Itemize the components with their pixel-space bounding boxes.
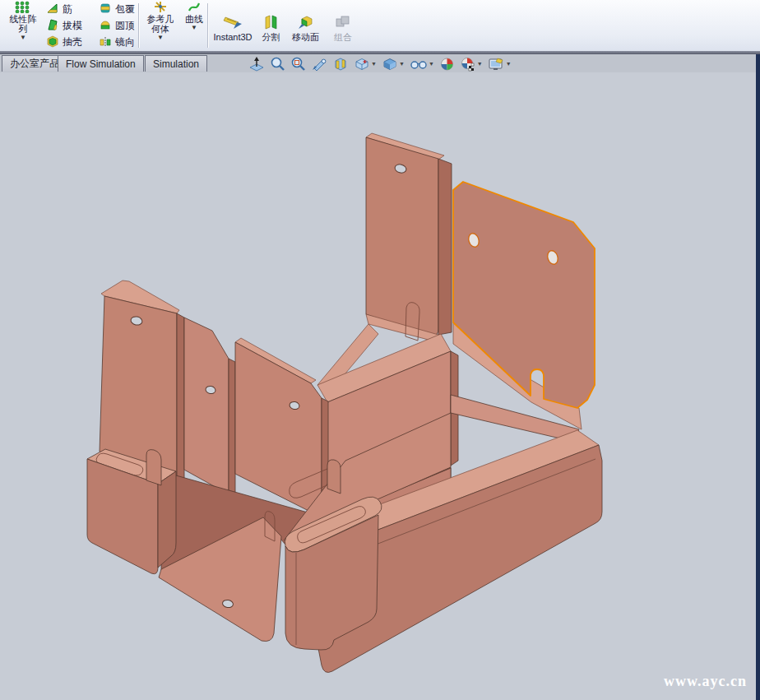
display-style-button[interactable]: ▼ (380, 56, 406, 72)
solidworks-window: 线性阵 列 ▼ 筋 拔模 抽壳 包覆 (0, 0, 760, 700)
split-button[interactable]: 分割 (257, 0, 285, 51)
plate-d-side-fold (229, 359, 235, 498)
wrap-button[interactable]: 包覆 (99, 1, 135, 17)
toolbar-separator (138, 3, 139, 48)
tab-flow-simulation[interactable]: Flow Simulation (58, 55, 144, 72)
shell-icon (46, 35, 59, 50)
plate-c-side-fold (177, 313, 184, 485)
chevron-down-icon[interactable]: ▼ (371, 61, 377, 67)
reference-geometry-button[interactable]: 参考几 何体 ▼ (141, 0, 180, 51)
wrap-icon (99, 2, 112, 17)
chevron-down-icon[interactable]: ▼ (429, 61, 434, 67)
edit-appearance-icon (439, 57, 455, 72)
edit-appearance-button[interactable] (438, 56, 456, 72)
heads-up-view-toolbar: ▼ ▼ ▼ ▼ ▼ (247, 55, 513, 72)
chevron-down-icon[interactable]: ▼ (191, 25, 197, 31)
right-box-tab (327, 460, 341, 494)
plate-a-side-fold[interactable] (438, 159, 452, 335)
dome-icon (99, 18, 112, 34)
rib-icon (46, 2, 59, 17)
plate-d-face[interactable] (184, 318, 229, 494)
instant3d-button[interactable]: Instant3D (211, 0, 255, 51)
draft-button[interactable]: 拔模 (46, 17, 82, 34)
plate-e-face[interactable] (235, 342, 322, 517)
zoom-to-fit-icon (270, 57, 285, 72)
chevron-down-icon[interactable]: ▼ (20, 35, 26, 41)
split-icon (263, 14, 280, 32)
chevron-down-icon[interactable]: ▼ (157, 35, 164, 41)
section-view-icon (332, 57, 349, 72)
reference-geometry-icon (154, 1, 167, 14)
combine-button: 组合 (327, 0, 359, 51)
rib-button[interactable]: 筋 (46, 1, 72, 17)
section-view-button[interactable] (331, 56, 350, 72)
hide-show-items-button[interactable]: ▼ (408, 56, 436, 72)
model-3d-view[interactable] (0, 72, 760, 700)
mirror-button[interactable]: 镜向 (99, 34, 135, 50)
combine-icon (334, 14, 352, 32)
watermark: www.ayc.cn (664, 673, 747, 690)
3d-drawing-view-icon (248, 57, 265, 72)
feature-toolbar: 线性阵 列 ▼ 筋 拔模 抽壳 包覆 (0, 0, 760, 51)
zoom-to-area-button[interactable] (289, 56, 308, 72)
tab-simulation[interactable]: Simulation (145, 55, 207, 72)
curves-icon (188, 1, 201, 14)
move-face-button[interactable]: 移动面 (286, 0, 325, 51)
chevron-down-icon[interactable]: ▼ (399, 61, 405, 67)
view-settings-icon (488, 57, 505, 72)
linear-pattern-button[interactable]: 线性阵 列 ▼ (2, 0, 44, 51)
linear-pattern-label: 线性阵 (10, 14, 37, 24)
view-settings-button[interactable]: ▼ (486, 56, 513, 72)
previous-view-button[interactable] (309, 56, 329, 72)
instant3d-icon (222, 14, 243, 32)
window-right-edge (756, 54, 760, 700)
selected-face[interactable] (453, 182, 595, 408)
view-orientation-button[interactable]: ▼ (352, 56, 378, 72)
chevron-down-icon[interactable]: ▼ (506, 61, 512, 67)
plate-c-tab (146, 450, 161, 485)
chevron-down-icon[interactable]: ▼ (477, 61, 483, 67)
shell-button[interactable]: 抽壳 (46, 34, 82, 50)
curves-button[interactable]: 曲线 ▼ (182, 0, 206, 51)
apply-scene-icon (460, 57, 476, 72)
toolbar-separator (207, 3, 208, 48)
instant3d-label: Instant3D (213, 32, 252, 42)
zoom-to-area-icon (290, 57, 306, 72)
previous-view-icon (311, 57, 327, 72)
reference-geometry-label: 参考几 (147, 14, 174, 24)
3d-drawing-view-button[interactable] (247, 56, 266, 72)
dome-button[interactable]: 圆顶 (99, 17, 135, 34)
graphics-viewport[interactable]: www.ayc.cn (0, 72, 760, 700)
draft-icon (46, 18, 59, 34)
curves-label: 曲线 (185, 14, 203, 24)
combine-label: 组合 (334, 32, 352, 42)
apply-scene-button[interactable]: ▼ (458, 56, 484, 72)
linear-pattern-icon (14, 1, 32, 14)
move-face-label: 移动面 (292, 32, 319, 42)
split-label: 分割 (262, 32, 280, 42)
move-face-icon (297, 14, 315, 32)
hide-show-items-icon (410, 57, 428, 72)
display-style-icon (382, 57, 398, 72)
zoom-to-fit-button[interactable] (268, 56, 287, 72)
view-orientation-icon (354, 57, 370, 72)
mirror-icon (99, 35, 112, 50)
left-box-side (158, 471, 176, 568)
